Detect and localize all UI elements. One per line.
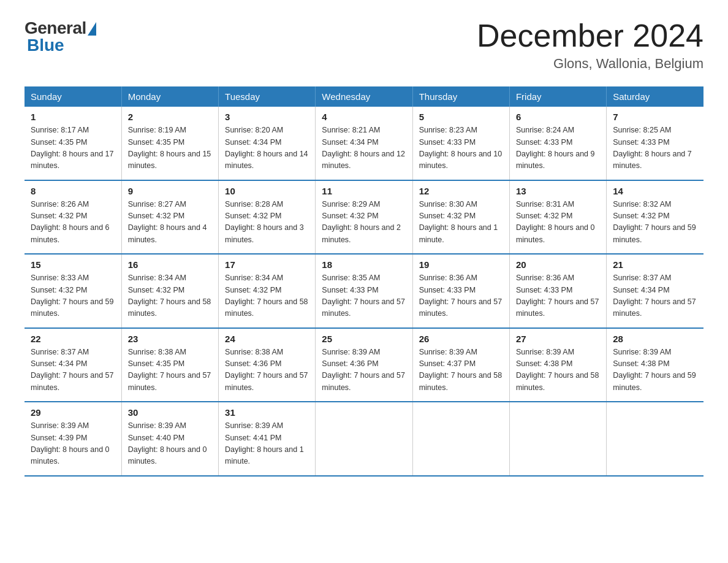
day-number: 26 xyxy=(419,334,503,344)
day-info: Sunrise: 8:35 AMSunset: 4:33 PMDaylight:… xyxy=(322,272,406,320)
calendar-cell: 7 Sunrise: 8:25 AMSunset: 4:33 PMDayligh… xyxy=(607,107,703,180)
calendar-cell: 25 Sunrise: 8:39 AMSunset: 4:36 PMDaylig… xyxy=(316,328,412,402)
calendar-cell: 21 Sunrise: 8:37 AMSunset: 4:34 PMDaylig… xyxy=(607,254,703,328)
calendar-cell: 18 Sunrise: 8:35 AMSunset: 4:33 PMDaylig… xyxy=(316,254,412,328)
day-number: 19 xyxy=(419,259,503,270)
calendar-cell: 13 Sunrise: 8:31 AMSunset: 4:32 PMDaylig… xyxy=(509,180,606,255)
day-number: 5 xyxy=(419,112,503,122)
calendar-cell: 27 Sunrise: 8:39 AMSunset: 4:38 PMDaylig… xyxy=(509,328,606,402)
day-number: 15 xyxy=(31,259,115,270)
calendar-cell: 3 Sunrise: 8:20 AMSunset: 4:34 PMDayligh… xyxy=(219,107,316,180)
day-info: Sunrise: 8:23 AMSunset: 4:33 PMDaylight:… xyxy=(419,124,503,172)
calendar-cell: 16 Sunrise: 8:34 AMSunset: 4:32 PMDaylig… xyxy=(121,254,218,328)
day-info: Sunrise: 8:25 AMSunset: 4:33 PMDaylight:… xyxy=(613,124,697,172)
calendar-cell: 11 Sunrise: 8:29 AMSunset: 4:32 PMDaylig… xyxy=(316,180,412,255)
day-number: 1 xyxy=(31,112,115,122)
day-number: 24 xyxy=(225,334,309,344)
day-info: Sunrise: 8:39 AMSunset: 4:38 PMDaylight:… xyxy=(613,347,697,394)
day-info: Sunrise: 8:34 AMSunset: 4:32 PMDaylight:… xyxy=(225,272,309,320)
calendar-cell: 23 Sunrise: 8:38 AMSunset: 4:35 PMDaylig… xyxy=(121,328,218,402)
calendar-cell: 22 Sunrise: 8:37 AMSunset: 4:34 PMDaylig… xyxy=(25,328,121,402)
logo: General Blue xyxy=(25,18,96,55)
calendar-week-1: 1 Sunrise: 8:17 AMSunset: 4:35 PMDayligh… xyxy=(25,107,703,180)
calendar-cell: 28 Sunrise: 8:39 AMSunset: 4:38 PMDaylig… xyxy=(607,328,703,402)
calendar-cell: 31 Sunrise: 8:39 AMSunset: 4:41 PMDaylig… xyxy=(219,402,316,476)
calendar-cell xyxy=(607,402,703,476)
logo-triangle-icon xyxy=(88,22,96,36)
day-number: 23 xyxy=(128,334,212,344)
calendar-cell: 4 Sunrise: 8:21 AMSunset: 4:34 PMDayligh… xyxy=(316,107,412,180)
title-block: December 2024 Glons, Wallonia, Belgium xyxy=(477,18,703,72)
calendar-cell: 9 Sunrise: 8:27 AMSunset: 4:32 PMDayligh… xyxy=(121,180,218,255)
day-info: Sunrise: 8:31 AMSunset: 4:32 PMDaylight:… xyxy=(516,199,600,247)
calendar-week-3: 15 Sunrise: 8:33 AMSunset: 4:32 PMDaylig… xyxy=(25,254,703,328)
day-info: Sunrise: 8:39 AMSunset: 4:41 PMDaylight:… xyxy=(225,420,309,468)
day-number: 3 xyxy=(225,112,309,122)
day-number: 18 xyxy=(322,259,406,270)
day-info: Sunrise: 8:38 AMSunset: 4:35 PMDaylight:… xyxy=(128,347,212,394)
calendar-cell: 10 Sunrise: 8:28 AMSunset: 4:32 PMDaylig… xyxy=(219,180,316,255)
day-info: Sunrise: 8:39 AMSunset: 4:39 PMDaylight:… xyxy=(31,420,115,468)
calendar-cell: 20 Sunrise: 8:36 AMSunset: 4:33 PMDaylig… xyxy=(509,254,606,328)
day-number: 12 xyxy=(419,186,503,196)
calendar-cell: 5 Sunrise: 8:23 AMSunset: 4:33 PMDayligh… xyxy=(412,107,509,180)
day-number: 22 xyxy=(31,334,115,344)
calendar-table: Sunday Monday Tuesday Wednesday Thursday… xyxy=(25,86,703,477)
day-info: Sunrise: 8:39 AMSunset: 4:36 PMDaylight:… xyxy=(322,347,406,394)
col-sunday: Sunday xyxy=(25,86,121,107)
day-info: Sunrise: 8:20 AMSunset: 4:34 PMDaylight:… xyxy=(225,124,309,172)
day-number: 20 xyxy=(516,259,600,270)
calendar-cell xyxy=(316,402,412,476)
calendar-cell: 6 Sunrise: 8:24 AMSunset: 4:33 PMDayligh… xyxy=(509,107,606,180)
calendar-cell xyxy=(509,402,606,476)
day-number: 6 xyxy=(516,112,600,122)
month-title: December 2024 xyxy=(477,18,703,53)
calendar-week-2: 8 Sunrise: 8:26 AMSunset: 4:32 PMDayligh… xyxy=(25,180,703,255)
calendar-cell: 24 Sunrise: 8:38 AMSunset: 4:36 PMDaylig… xyxy=(219,328,316,402)
day-number: 29 xyxy=(31,407,115,418)
day-info: Sunrise: 8:19 AMSunset: 4:35 PMDaylight:… xyxy=(128,124,212,172)
day-number: 27 xyxy=(516,334,600,344)
day-number: 8 xyxy=(31,186,115,196)
logo-blue-text: Blue xyxy=(27,36,64,55)
day-number: 25 xyxy=(322,334,406,344)
day-number: 17 xyxy=(225,259,309,270)
day-number: 30 xyxy=(128,407,212,418)
calendar-cell: 12 Sunrise: 8:30 AMSunset: 4:32 PMDaylig… xyxy=(412,180,509,255)
day-info: Sunrise: 8:17 AMSunset: 4:35 PMDaylight:… xyxy=(31,124,115,172)
calendar-week-5: 29 Sunrise: 8:39 AMSunset: 4:39 PMDaylig… xyxy=(25,402,703,476)
day-info: Sunrise: 8:24 AMSunset: 4:33 PMDaylight:… xyxy=(516,124,600,172)
calendar-cell: 26 Sunrise: 8:39 AMSunset: 4:37 PMDaylig… xyxy=(412,328,509,402)
calendar-header-row: Sunday Monday Tuesday Wednesday Thursday… xyxy=(25,86,703,107)
col-thursday: Thursday xyxy=(412,86,509,107)
day-info: Sunrise: 8:34 AMSunset: 4:32 PMDaylight:… xyxy=(128,272,212,320)
col-monday: Monday xyxy=(121,86,218,107)
day-number: 9 xyxy=(128,186,212,196)
calendar-cell: 19 Sunrise: 8:36 AMSunset: 4:33 PMDaylig… xyxy=(412,254,509,328)
day-number: 28 xyxy=(613,334,697,344)
day-info: Sunrise: 8:39 AMSunset: 4:40 PMDaylight:… xyxy=(128,420,212,468)
day-info: Sunrise: 8:28 AMSunset: 4:32 PMDaylight:… xyxy=(225,199,309,247)
calendar-cell: 30 Sunrise: 8:39 AMSunset: 4:40 PMDaylig… xyxy=(121,402,218,476)
day-number: 13 xyxy=(516,186,600,196)
day-info: Sunrise: 8:32 AMSunset: 4:32 PMDaylight:… xyxy=(613,199,697,247)
calendar-cell: 2 Sunrise: 8:19 AMSunset: 4:35 PMDayligh… xyxy=(121,107,218,180)
page-header: General Blue December 2024 Glons, Wallon… xyxy=(25,18,703,72)
day-info: Sunrise: 8:33 AMSunset: 4:32 PMDaylight:… xyxy=(31,272,115,320)
day-info: Sunrise: 8:36 AMSunset: 4:33 PMDaylight:… xyxy=(419,272,503,320)
day-info: Sunrise: 8:21 AMSunset: 4:34 PMDaylight:… xyxy=(322,124,406,172)
day-info: Sunrise: 8:39 AMSunset: 4:37 PMDaylight:… xyxy=(419,347,503,394)
day-info: Sunrise: 8:37 AMSunset: 4:34 PMDaylight:… xyxy=(613,272,697,320)
day-number: 4 xyxy=(322,112,406,122)
day-info: Sunrise: 8:26 AMSunset: 4:32 PMDaylight:… xyxy=(31,199,115,247)
calendar-cell: 1 Sunrise: 8:17 AMSunset: 4:35 PMDayligh… xyxy=(25,107,121,180)
day-number: 7 xyxy=(613,112,697,122)
day-info: Sunrise: 8:27 AMSunset: 4:32 PMDaylight:… xyxy=(128,199,212,247)
day-info: Sunrise: 8:30 AMSunset: 4:32 PMDaylight:… xyxy=(419,199,503,247)
calendar-cell: 8 Sunrise: 8:26 AMSunset: 4:32 PMDayligh… xyxy=(25,180,121,255)
day-info: Sunrise: 8:36 AMSunset: 4:33 PMDaylight:… xyxy=(516,272,600,320)
day-info: Sunrise: 8:29 AMSunset: 4:32 PMDaylight:… xyxy=(322,199,406,247)
day-number: 2 xyxy=(128,112,212,122)
location-title: Glons, Wallonia, Belgium xyxy=(477,56,703,72)
calendar-cell: 29 Sunrise: 8:39 AMSunset: 4:39 PMDaylig… xyxy=(25,402,121,476)
